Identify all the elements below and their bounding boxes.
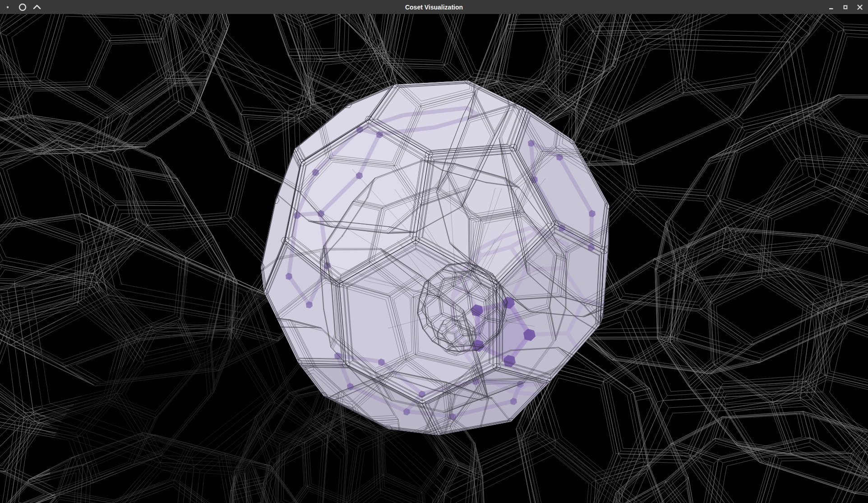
svg-text:Coset Visualization: Coset Visualization (405, 4, 463, 11)
